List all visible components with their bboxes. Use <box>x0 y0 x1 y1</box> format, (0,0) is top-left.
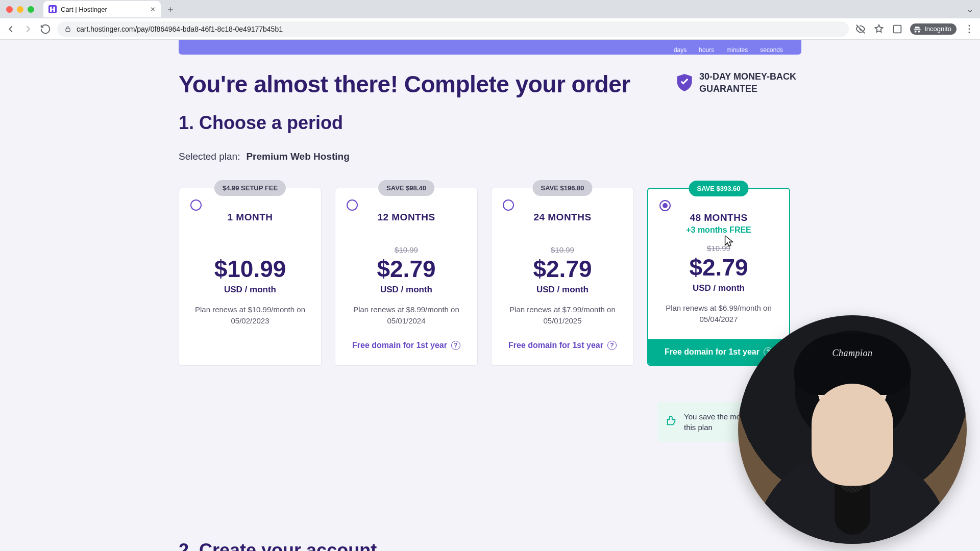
tab-overflow-button[interactable]: ⌄ <box>966 4 974 15</box>
lock-icon <box>64 26 71 33</box>
period-card-24m[interactable]: SAVE $196.80 24 MONTHS $10.99 $2.79 USD … <box>491 188 634 366</box>
card-per: USD / month <box>345 285 468 295</box>
new-tab-button[interactable]: ＋ <box>166 3 175 15</box>
browser-tab[interactable]: Cart | Hostinger ✕ <box>43 1 161 17</box>
countdown-days: days <box>674 46 687 54</box>
card-strike: $10.99 <box>345 245 468 254</box>
card-strike: $10.99 <box>501 245 624 254</box>
cap-brand-text: Champion <box>832 348 872 359</box>
bookmark-star-icon[interactable] <box>873 23 885 35</box>
forward-button[interactable] <box>22 23 34 35</box>
card-pill: SAVE $98.40 <box>378 180 434 196</box>
window-minimize-button[interactable] <box>17 6 23 13</box>
window-zoom-button[interactable] <box>28 6 34 13</box>
free-domain-text: Free domain for 1st year <box>352 341 447 350</box>
countdown-seconds: seconds <box>760 46 783 54</box>
countdown-banner: days hours minutes seconds <box>179 40 801 55</box>
selected-plan-name: Premium Web Hosting <box>246 151 349 162</box>
free-domain-text: Free domain for 1st year <box>665 347 760 357</box>
svg-point-3 <box>969 28 970 30</box>
address-bar[interactable]: cart.hostinger.com/pay/0f864964-bda8-46f… <box>57 21 849 37</box>
kebab-menu-icon[interactable] <box>964 23 975 35</box>
period-card-48m[interactable]: SAVE $393.60 48 MONTHS +3 months FREE $1… <box>647 188 790 366</box>
hostinger-favicon-icon <box>48 5 57 13</box>
selected-plan-label: Selected plan: <box>179 151 240 162</box>
microphone-icon <box>835 443 870 535</box>
incognito-label: Incognito <box>924 25 951 33</box>
window-controls <box>6 6 34 13</box>
step-1-title: 1. Choose a period <box>179 112 801 134</box>
period-cards: $4.99 SETUP FEE 1 MONTH $0 $10.99 USD / … <box>179 188 801 366</box>
card-per: USD / month <box>188 285 312 295</box>
card-duration: 24 MONTHS <box>501 212 624 223</box>
free-domain-note: Free domain for 1st year ? <box>501 341 624 350</box>
shield-check-icon <box>677 74 692 91</box>
back-button[interactable] <box>5 23 16 35</box>
countdown-minutes: minutes <box>726 46 748 54</box>
countdown-hours: hours <box>699 46 714 54</box>
card-bonus: +3 months FREE <box>657 226 780 235</box>
card-pill: $4.99 SETUP FEE <box>214 180 286 196</box>
svg-rect-1 <box>894 25 901 33</box>
card-duration: 1 MONTH <box>188 212 312 223</box>
card-pill: SAVE $393.60 <box>689 181 748 196</box>
extensions-icon[interactable] <box>892 23 903 35</box>
radio-24m[interactable] <box>503 199 514 211</box>
card-per: USD / month <box>657 283 780 293</box>
card-pill: SAVE $196.80 <box>532 180 592 196</box>
card-renew: Plan renews at $8.99/month on 05/01/2024 <box>345 304 468 327</box>
step-2-title: 2. Create your account <box>179 540 377 551</box>
period-card-12m[interactable]: SAVE $98.40 12 MONTHS $10.99 $2.79 USD /… <box>335 188 478 366</box>
thumbs-up-icon <box>666 415 677 429</box>
card-per: USD / month <box>501 285 624 295</box>
help-icon[interactable]: ? <box>607 341 617 350</box>
card-renew: Plan renews at $7.99/month on 05/01/2025 <box>501 304 624 327</box>
eye-off-icon[interactable] <box>855 23 866 35</box>
page-viewport: days hours minutes seconds You're almost… <box>0 40 980 551</box>
close-tab-button[interactable]: ✕ <box>150 6 156 13</box>
reload-button[interactable] <box>40 23 51 35</box>
browser-toolbar: cart.hostinger.com/pay/0f864964-bda8-46f… <box>0 18 980 40</box>
card-price: $2.79 <box>345 255 468 283</box>
card-price: $2.79 <box>501 255 624 283</box>
card-duration: 12 MONTHS <box>345 212 468 223</box>
svg-point-2 <box>969 25 970 27</box>
card-renew: Plan renews at $6.99/month on 05/04/2027 <box>657 303 780 325</box>
page-title: You're almost there! Complete your order <box>179 70 630 98</box>
period-card-1m[interactable]: $4.99 SETUP FEE 1 MONTH $0 $10.99 USD / … <box>179 188 322 366</box>
radio-12m[interactable] <box>347 199 358 211</box>
card-price: $2.79 <box>657 254 780 281</box>
browser-tab-bar: Cart | Hostinger ✕ ＋ ⌄ <box>0 0 980 18</box>
window-close-button[interactable] <box>6 6 13 13</box>
incognito-icon <box>913 25 921 33</box>
guarantee-badge: 30-DAY MONEY-BACK GUARANTEE <box>677 70 801 95</box>
card-renew: Plan renews at $10.99/month on 05/02/202… <box>188 304 312 327</box>
selected-plan-row: Selected plan: Premium Web Hosting <box>179 151 801 162</box>
guarantee-text: 30-DAY MONEY-BACK GUARANTEE <box>699 70 801 95</box>
card-duration: 48 MONTHS <box>657 212 780 223</box>
help-icon[interactable]: ? <box>451 341 460 350</box>
card-strike: $10.99 <box>657 244 780 253</box>
svg-rect-0 <box>66 29 70 31</box>
webcam-overlay: Champion <box>738 315 967 544</box>
radio-1m[interactable] <box>190 199 202 211</box>
card-price: $10.99 <box>188 255 312 283</box>
cursor-icon <box>724 235 735 249</box>
url-text: cart.hostinger.com/pay/0f864964-bda8-46f… <box>77 25 283 33</box>
tab-title: Cart | Hostinger <box>61 6 146 13</box>
radio-48m[interactable] <box>659 200 671 211</box>
free-domain-note: Free domain for 1st year ? <box>345 341 468 350</box>
svg-point-4 <box>969 31 970 33</box>
free-domain-text: Free domain for 1st year <box>508 341 603 350</box>
incognito-badge[interactable]: Incognito <box>910 23 957 35</box>
